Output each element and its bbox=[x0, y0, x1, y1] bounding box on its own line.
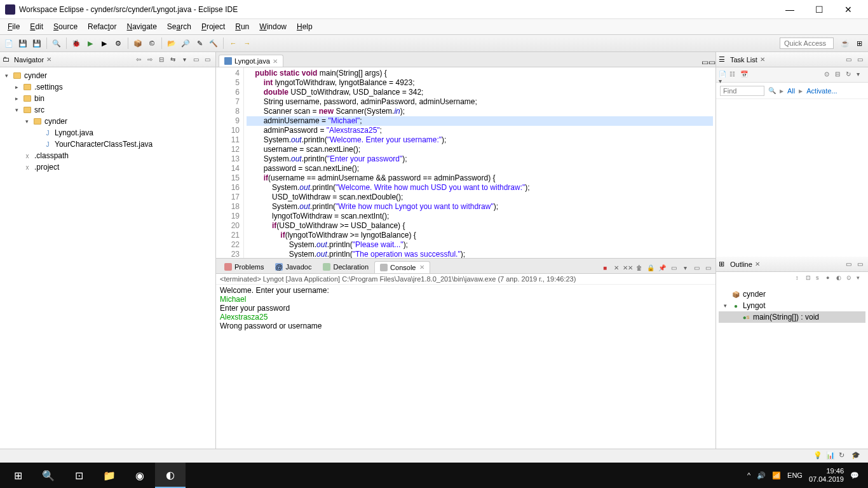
categorize-icon[interactable]: ☷ bbox=[729, 71, 738, 79]
perspective-switch-icon[interactable]: ⊞ bbox=[853, 37, 865, 50]
outline-close-icon[interactable]: ✕ bbox=[755, 261, 760, 268]
editor-tab-lyngot[interactable]: Lyngot.java ✕ bbox=[219, 55, 283, 67]
terminate-icon[interactable]: ■ bbox=[600, 263, 610, 273]
menu-source[interactable]: Source bbox=[48, 22, 83, 31]
pin-console-icon[interactable]: 📌 bbox=[657, 263, 667, 273]
toggle-icon[interactable]: ✎ bbox=[193, 37, 206, 50]
tree-bin[interactable]: ▸bin bbox=[0, 93, 215, 104]
new-package-icon[interactable]: 📦 bbox=[132, 37, 144, 50]
tree-project-file[interactable]: x.project bbox=[0, 161, 215, 173]
tree-file-test[interactable]: JYourCharacterClassTest.java bbox=[0, 139, 215, 150]
explorer-button[interactable]: 📁 bbox=[94, 463, 125, 488]
maximize-button[interactable]: ☐ bbox=[804, 0, 834, 19]
new-task-icon[interactable]: 📄▾ bbox=[719, 71, 728, 79]
collapse-icon[interactable]: ⊟ bbox=[835, 71, 844, 79]
hide-icon[interactable]: ▾ bbox=[857, 71, 865, 79]
ext-tools-icon[interactable]: ⚙ bbox=[112, 37, 125, 50]
code-editor[interactable]: 4567891011121314151617181920212223242526… bbox=[216, 67, 715, 258]
volume-icon[interactable]: 🔊 bbox=[757, 471, 766, 480]
new-class-icon[interactable]: © bbox=[146, 37, 158, 50]
run-icon[interactable]: ▶ bbox=[84, 37, 97, 50]
build-status-icon[interactable]: 🎓 bbox=[851, 451, 862, 461]
forward-icon[interactable]: ⇨ bbox=[145, 55, 155, 65]
clock[interactable]: 19:46 07.04.2019 bbox=[809, 467, 844, 484]
notifications-icon[interactable]: 💬 bbox=[850, 471, 859, 480]
min-console-icon[interactable]: ▭ bbox=[691, 263, 702, 273]
tree-classpath[interactable]: x.classpath bbox=[0, 150, 215, 161]
outline-menu-icon[interactable]: ▾ bbox=[857, 274, 865, 283]
tasklist-min-icon[interactable]: ▭ bbox=[843, 55, 853, 65]
activate-link[interactable]: Activate... bbox=[806, 87, 837, 95]
minimize-button[interactable]: — bbox=[775, 0, 804, 19]
tab-close-icon[interactable]: ✕ bbox=[273, 58, 278, 65]
tasklist-close-icon[interactable]: ✕ bbox=[760, 56, 765, 63]
collapse-all-icon[interactable]: ⊟ bbox=[156, 55, 166, 65]
sort-icon[interactable]: ↕ bbox=[796, 274, 804, 283]
quick-access-input[interactable] bbox=[780, 37, 834, 49]
hide-local-icon[interactable]: ◐ bbox=[836, 274, 845, 283]
nav-fwd-icon[interactable]: → bbox=[241, 37, 254, 50]
menu-run[interactable]: Run bbox=[230, 22, 254, 31]
outline-method-main[interactable]: ●Smain(String[]) : void bbox=[719, 311, 865, 323]
chrome-button[interactable]: ◉ bbox=[125, 463, 155, 488]
outline-max-icon[interactable]: ▭ bbox=[855, 259, 865, 269]
code-content[interactable]: public static void main(String[] args) {… bbox=[244, 67, 715, 258]
navigator-close-icon[interactable]: ✕ bbox=[46, 56, 51, 63]
tray-expand-icon[interactable]: ^ bbox=[747, 471, 750, 479]
task-view-button[interactable]: ⊡ bbox=[64, 463, 94, 488]
editor-min-icon[interactable]: ▭ bbox=[702, 58, 709, 67]
back-icon[interactable]: ⇦ bbox=[133, 55, 144, 65]
build-icon[interactable]: 🔨 bbox=[207, 37, 220, 50]
menu-file[interactable]: File bbox=[3, 22, 25, 31]
sync-status-icon[interactable]: ↻ bbox=[839, 451, 849, 461]
link-editor-icon[interactable]: ⇆ bbox=[168, 55, 178, 65]
filter-icon[interactable]: ▾ bbox=[179, 55, 189, 65]
schedule-icon[interactable]: 📅 bbox=[740, 71, 749, 79]
menu-search[interactable]: Search bbox=[162, 22, 196, 31]
search-button[interactable]: 🔍 bbox=[33, 463, 64, 488]
perspective-java-icon[interactable]: ☕ bbox=[839, 37, 851, 50]
close-button[interactable]: ✕ bbox=[834, 0, 863, 19]
tab-problems[interactable]: Problems bbox=[219, 261, 269, 273]
menu-help[interactable]: Help bbox=[292, 22, 318, 31]
editor-max-icon[interactable]: ▭ bbox=[709, 58, 715, 67]
debug-icon[interactable]: 🐞 bbox=[70, 37, 83, 50]
save-icon[interactable]: 💾 bbox=[17, 37, 29, 50]
remove-all-icon[interactable]: ✕✕ bbox=[623, 263, 633, 273]
max-console-icon[interactable]: ▭ bbox=[703, 263, 713, 273]
coverage-icon[interactable]: ▶ bbox=[98, 37, 111, 50]
eclipse-button[interactable]: ◐ bbox=[155, 463, 186, 488]
task-find-input[interactable] bbox=[720, 86, 764, 96]
outline-package[interactable]: 📦cynder bbox=[719, 288, 865, 300]
tree-src[interactable]: ▾src bbox=[0, 104, 215, 116]
minimize-view-icon[interactable]: ▭ bbox=[202, 55, 212, 65]
save-all-icon[interactable]: 💾 bbox=[31, 37, 43, 50]
menu-refactor[interactable]: Refactor bbox=[83, 22, 121, 31]
tab-javadoc[interactable]: @Javadoc bbox=[269, 261, 317, 273]
open-task-icon[interactable]: 📂 bbox=[165, 37, 178, 50]
tree-file-lyngot[interactable]: JLyngot.java bbox=[0, 127, 215, 139]
clear-console-icon[interactable]: 🗑 bbox=[634, 263, 644, 273]
tip-icon[interactable]: 💡 bbox=[813, 451, 824, 461]
open-console-icon[interactable]: ▾ bbox=[680, 263, 690, 273]
menu-navigate[interactable]: Navigate bbox=[121, 22, 161, 31]
search-icon[interactable]: 🔎 bbox=[179, 37, 192, 50]
scroll-lock-icon[interactable]: 🔒 bbox=[646, 263, 656, 273]
tree-settings[interactable]: ▸.settings bbox=[0, 81, 215, 93]
tree-pkg-cynder[interactable]: ▾cynder bbox=[0, 116, 215, 127]
lang-indicator[interactable]: ENG bbox=[787, 471, 803, 479]
remove-launch-icon[interactable]: ✕ bbox=[611, 263, 621, 273]
display-console-icon[interactable]: ▭ bbox=[668, 263, 679, 273]
view-menu-icon[interactable]: ▭ bbox=[191, 55, 201, 65]
menu-edit[interactable]: Edit bbox=[25, 22, 48, 31]
console-output[interactable]: Welcome. Enter your username: Michael En… bbox=[216, 285, 715, 449]
updates-icon[interactable]: 📊 bbox=[826, 451, 836, 461]
tasklist-max-icon[interactable]: ▭ bbox=[855, 55, 865, 65]
tab-declaration[interactable]: Declaration bbox=[317, 261, 374, 273]
outline-class[interactable]: ▾●Lyngot bbox=[719, 300, 865, 311]
sync-icon[interactable]: ↻ bbox=[846, 71, 855, 79]
menu-window[interactable]: Window bbox=[254, 22, 292, 31]
focus-outline-icon[interactable]: ⊙ bbox=[846, 274, 855, 283]
hide-fields-icon[interactable]: ⊡ bbox=[806, 274, 815, 283]
nav-back-icon[interactable]: ← bbox=[227, 37, 240, 50]
